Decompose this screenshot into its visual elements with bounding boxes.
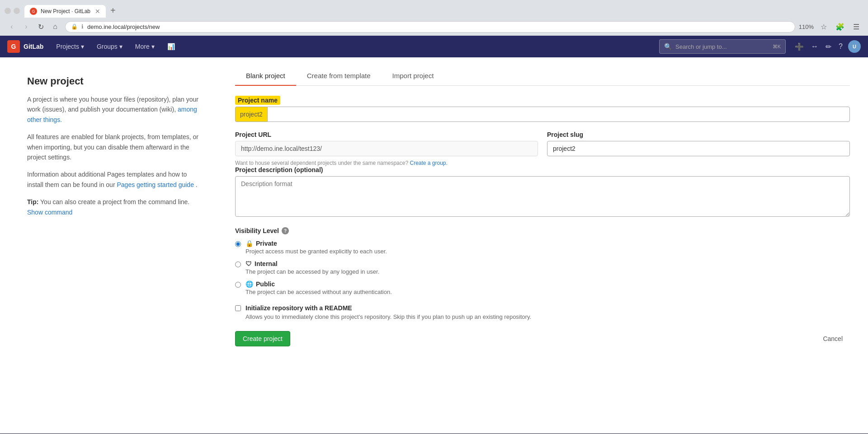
navbar-icons: ➕ ↔ ✏ ? U: [793, 40, 861, 53]
extensions-icon[interactable]: 🧩: [834, 20, 846, 33]
navbar-projects-arrow: ▾: [81, 43, 84, 50]
navbar-more-label: More: [135, 43, 150, 50]
namespace-hint: Want to house several dependent projects…: [235, 160, 850, 166]
visibility-internal-desc: The project can be accessed by any logge…: [245, 268, 850, 275]
initialize-repo-content: Initialize repository with a README Allo…: [245, 304, 531, 320]
window-maximize[interactable]: [14, 8, 20, 14]
window-controls: [0, 8, 24, 14]
browser-tab-active[interactable]: G New Project · GitLab ✕: [24, 5, 106, 18]
initialize-repo-checkbox[interactable]: [235, 305, 241, 311]
navbar-projects-label: Projects: [56, 43, 79, 50]
browser-chrome: G New Project · GitLab ✕ + ‹ › ↻ ⌂ 🔒 ℹ 1…: [0, 0, 868, 36]
navbar-avatar[interactable]: U: [848, 40, 861, 53]
project-url-label: Project URL: [235, 131, 538, 138]
home-button[interactable]: ⌂: [49, 20, 61, 33]
navbar-groups[interactable]: Groups ▾: [91, 36, 128, 57]
gitlab-logo[interactable]: G GitLab: [7, 40, 43, 53]
navbar-more-arrow: ▾: [151, 43, 155, 50]
tab-favicon: G: [30, 8, 37, 15]
project-slug-input[interactable]: [547, 141, 850, 156]
gitlab-logo-text: GitLab: [24, 43, 43, 50]
navbar-search[interactable]: 🔍 ⌘K: [659, 39, 786, 54]
visibility-internal-content: 🛡 Internal The project can be accessed b…: [245, 260, 850, 275]
visibility-title: Visibility Level ?: [235, 227, 850, 234]
tab-title: New Project · GitLab: [41, 8, 91, 14]
navbar-search-shortcut: ⌘K: [773, 44, 781, 50]
firefox-menu-icon[interactable]: ☰: [850, 20, 863, 33]
navbar-create-icon[interactable]: ➕: [793, 41, 806, 53]
forward-button[interactable]: ›: [20, 20, 33, 33]
visibility-section: Visibility Level ? 🔒 Private Project acc…: [235, 227, 850, 295]
navbar-stats-icon: 📊: [167, 43, 175, 50]
initialize-repo-label[interactable]: Initialize repository with a README: [245, 304, 352, 312]
form-actions: Create project Cancel: [235, 331, 850, 346]
navbar-more[interactable]: More ▾: [130, 36, 160, 57]
visibility-help-icon[interactable]: ?: [282, 227, 289, 234]
new-tab-button[interactable]: +: [106, 4, 120, 18]
address-input[interactable]: [87, 23, 789, 30]
address-bar-wrapper[interactable]: 🔒 ℹ: [65, 21, 795, 33]
browser-address-bar: ‹ › ↻ ⌂ 🔒 ℹ 110% ☆ 🧩 ☰: [0, 18, 868, 36]
address-info-icon: ℹ: [81, 23, 84, 30]
navbar-stats[interactable]: 📊: [162, 36, 180, 57]
cancel-button[interactable]: Cancel: [816, 331, 850, 346]
description-textarea[interactable]: [235, 176, 850, 217]
visibility-public-label: 🌐 Public: [245, 280, 850, 288]
address-lock-icon: 🔒: [71, 23, 78, 30]
description-label: Project description (optional): [235, 166, 850, 173]
project-name-label: Project name: [235, 97, 850, 104]
tip-label: Tip:: [27, 198, 38, 205]
visibility-public-content: 🌐 Public The project can be accessed wit…: [245, 280, 850, 295]
navbar-nav: Projects ▾ Groups ▾ More ▾ 📊: [51, 36, 180, 57]
visibility-private-option: 🔒 Private Project access must be granted…: [235, 240, 850, 255]
navbar-merge-requests-icon[interactable]: ↔: [809, 41, 820, 52]
navbar-help-icon[interactable]: ?: [837, 41, 844, 52]
description-group: Project description (optional): [235, 166, 850, 218]
visibility-public-option: 🌐 Public The project can be accessed wit…: [235, 280, 850, 295]
tab-create-from-template[interactable]: Create from template: [296, 66, 382, 86]
project-name-input[interactable]: [267, 107, 850, 122]
window-minimize[interactable]: [5, 8, 11, 14]
description-paragraph-3: Information about additional Pages templ…: [27, 169, 199, 190]
navbar-groups-arrow: ▾: [119, 43, 123, 50]
tab-close-button[interactable]: ✕: [95, 8, 100, 15]
browser-right-icons: ☆ 🧩 ☰: [817, 20, 863, 33]
tab-blank-project[interactable]: Blank project: [235, 66, 296, 86]
navbar-projects[interactable]: Projects ▾: [51, 36, 90, 57]
initialize-repo-row: Initialize repository with a README Allo…: [235, 304, 850, 320]
initialize-repo-desc: Allows you to immediately clone this pro…: [245, 313, 531, 320]
tab-import-project[interactable]: Import project: [382, 66, 445, 86]
visibility-public-desc: The project can be accessed without any …: [245, 289, 850, 295]
navbar-search-icon: 🔍: [664, 43, 672, 50]
main-content: New project A project is where you house…: [0, 57, 868, 434]
project-name-group: Project name project2: [235, 97, 850, 122]
project-name-row: project2: [235, 107, 850, 122]
form-tabs: Blank project Create from template Impor…: [235, 66, 850, 86]
visibility-private-radio[interactable]: [235, 241, 241, 247]
pages-getting-started-link[interactable]: Pages getting started guide: [117, 181, 193, 188]
gitlab-navbar: G GitLab Projects ▾ Groups ▾ More ▾ 📊 🔍 …: [0, 36, 868, 57]
visibility-internal-radio[interactable]: [235, 261, 241, 267]
create-group-link[interactable]: Create a group.: [410, 160, 447, 166]
project-url-value: http://demo.ine.local/test123/: [235, 141, 538, 156]
browser-tabs: G New Project · GitLab ✕ +: [0, 0, 868, 18]
browser-nav-buttons: ‹ › ↻ ⌂: [5, 20, 61, 33]
page-title: New project: [27, 75, 199, 87]
gitlab-logo-icon: G: [7, 40, 20, 53]
back-button[interactable]: ‹: [5, 20, 18, 33]
create-project-button[interactable]: Create project: [235, 331, 290, 346]
bookmark-icon[interactable]: ☆: [817, 20, 830, 33]
lock-icon: 🔒: [245, 240, 253, 247]
shield-icon: 🛡: [245, 260, 252, 267]
navbar-search-input[interactable]: [675, 43, 769, 50]
description-paragraph-2: All features are enabled for blank proje…: [27, 132, 199, 162]
project-name-prefix: project2: [235, 107, 267, 122]
visibility-private-label: 🔒 Private: [245, 240, 850, 247]
visibility-public-radio[interactable]: [235, 282, 241, 288]
reload-button[interactable]: ↻: [34, 20, 47, 33]
tip-text: You can also create a project from the c…: [40, 198, 189, 205]
show-command-link[interactable]: Show command: [27, 209, 72, 216]
project-slug-group: Project slug: [547, 131, 850, 156]
visibility-private-content: 🔒 Private Project access must be granted…: [245, 240, 850, 255]
navbar-issues-icon[interactable]: ✏: [824, 41, 833, 53]
